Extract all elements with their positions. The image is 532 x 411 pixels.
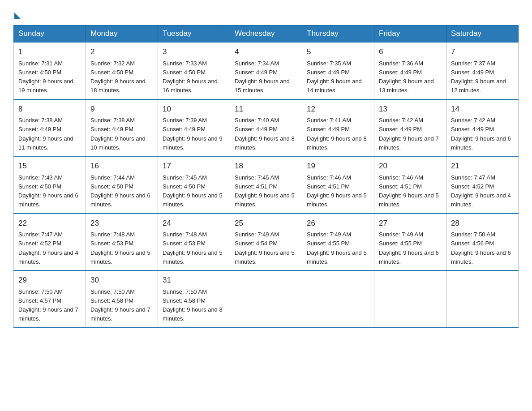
- day-info: Sunrise: 7:45 AMSunset: 4:50 PMDaylight:…: [163, 174, 223, 208]
- day-info: Sunrise: 7:43 AMSunset: 4:50 PMDaylight:…: [18, 174, 78, 208]
- day-number: 5: [307, 46, 369, 58]
- calendar-header-saturday: Saturday: [446, 26, 519, 43]
- day-info: Sunrise: 7:47 AMSunset: 4:52 PMDaylight:…: [18, 231, 78, 265]
- day-info: Sunrise: 7:50 AMSunset: 4:58 PMDaylight:…: [163, 288, 223, 322]
- day-info: Sunrise: 7:49 AMSunset: 4:55 PMDaylight:…: [307, 231, 367, 265]
- day-number: 22: [18, 218, 81, 229]
- calendar-table: SundayMondayTuesdayWednesdayThursdayFrid…: [13, 25, 519, 328]
- day-info: Sunrise: 7:48 AMSunset: 4:53 PMDaylight:…: [90, 231, 150, 265]
- day-info: Sunrise: 7:38 AMSunset: 4:49 PMDaylight:…: [18, 117, 73, 151]
- day-number: 1: [18, 46, 81, 58]
- calendar-cell: 14 Sunrise: 7:42 AMSunset: 4:49 PMDaylig…: [446, 99, 519, 157]
- day-number: 29: [18, 274, 81, 286]
- day-info: Sunrise: 7:49 AMSunset: 4:54 PMDaylight:…: [235, 231, 295, 265]
- day-info: Sunrise: 7:31 AMSunset: 4:50 PMDaylight:…: [18, 60, 73, 94]
- calendar-week-row: 15 Sunrise: 7:43 AMSunset: 4:50 PMDaylig…: [14, 156, 519, 214]
- calendar-cell: 9 Sunrise: 7:38 AMSunset: 4:49 PMDayligh…: [86, 99, 158, 157]
- calendar-cell: 26 Sunrise: 7:49 AMSunset: 4:55 PMDaylig…: [302, 214, 374, 271]
- day-number: 26: [307, 218, 369, 229]
- calendar-cell: 12 Sunrise: 7:41 AMSunset: 4:49 PMDaylig…: [302, 99, 374, 157]
- calendar-cell: [302, 270, 374, 328]
- day-info: Sunrise: 7:35 AMSunset: 4:49 PMDaylight:…: [307, 60, 362, 94]
- day-number: 15: [18, 160, 81, 172]
- calendar-cell: 1 Sunrise: 7:31 AMSunset: 4:50 PMDayligh…: [14, 42, 86, 99]
- calendar-cell: 8 Sunrise: 7:38 AMSunset: 4:49 PMDayligh…: [14, 99, 86, 157]
- calendar-week-row: 8 Sunrise: 7:38 AMSunset: 4:49 PMDayligh…: [14, 99, 519, 157]
- day-info: Sunrise: 7:38 AMSunset: 4:49 PMDaylight:…: [90, 117, 146, 151]
- day-number: 11: [235, 103, 297, 115]
- calendar-cell: 21 Sunrise: 7:47 AMSunset: 4:52 PMDaylig…: [446, 156, 519, 214]
- day-info: Sunrise: 7:42 AMSunset: 4:49 PMDaylight:…: [451, 117, 511, 151]
- day-number: 4: [235, 46, 297, 58]
- day-info: Sunrise: 7:50 AMSunset: 4:58 PMDaylight:…: [90, 288, 150, 322]
- calendar-header-tuesday: Tuesday: [158, 26, 230, 43]
- day-number: 7: [451, 46, 514, 58]
- day-number: 3: [163, 46, 225, 58]
- day-number: 20: [379, 160, 442, 172]
- calendar-header-sunday: Sunday: [14, 26, 86, 43]
- day-info: Sunrise: 7:45 AMSunset: 4:51 PMDaylight:…: [235, 174, 295, 208]
- calendar-cell: 15 Sunrise: 7:43 AMSunset: 4:50 PMDaylig…: [14, 156, 86, 214]
- calendar-cell: 25 Sunrise: 7:49 AMSunset: 4:54 PMDaylig…: [230, 214, 302, 271]
- calendar-cell: 13 Sunrise: 7:42 AMSunset: 4:49 PMDaylig…: [374, 99, 446, 157]
- day-number: 21: [451, 160, 514, 172]
- day-number: 6: [379, 46, 442, 58]
- day-info: Sunrise: 7:37 AMSunset: 4:49 PMDaylight:…: [451, 60, 506, 94]
- calendar-cell: 27 Sunrise: 7:49 AMSunset: 4:55 PMDaylig…: [374, 214, 446, 271]
- day-info: Sunrise: 7:46 AMSunset: 4:51 PMDaylight:…: [379, 174, 439, 208]
- day-number: 19: [307, 160, 369, 172]
- day-number: 12: [307, 103, 369, 115]
- calendar-week-row: 22 Sunrise: 7:47 AMSunset: 4:52 PMDaylig…: [14, 214, 519, 271]
- day-info: Sunrise: 7:36 AMSunset: 4:49 PMDaylight:…: [379, 60, 434, 94]
- day-number: 25: [235, 218, 297, 229]
- day-number: 2: [90, 46, 153, 58]
- day-number: 17: [163, 160, 225, 172]
- calendar-header-row: SundayMondayTuesdayWednesdayThursdayFrid…: [14, 26, 519, 43]
- page-header: [13, 9, 519, 17]
- calendar-cell: 18 Sunrise: 7:45 AMSunset: 4:51 PMDaylig…: [230, 156, 302, 214]
- day-info: Sunrise: 7:48 AMSunset: 4:53 PMDaylight:…: [163, 231, 223, 265]
- calendar-cell: 4 Sunrise: 7:34 AMSunset: 4:49 PMDayligh…: [230, 42, 302, 99]
- day-info: Sunrise: 7:40 AMSunset: 4:49 PMDaylight:…: [235, 117, 295, 151]
- calendar-cell: 20 Sunrise: 7:46 AMSunset: 4:51 PMDaylig…: [374, 156, 446, 214]
- day-info: Sunrise: 7:42 AMSunset: 4:49 PMDaylight:…: [379, 117, 439, 151]
- day-info: Sunrise: 7:33 AMSunset: 4:50 PMDaylight:…: [163, 60, 218, 94]
- day-number: 10: [163, 103, 225, 115]
- day-info: Sunrise: 7:47 AMSunset: 4:52 PMDaylight:…: [451, 174, 511, 208]
- logo: [13, 9, 21, 17]
- day-info: Sunrise: 7:41 AMSunset: 4:49 PMDaylight:…: [307, 117, 367, 151]
- calendar-cell: 11 Sunrise: 7:40 AMSunset: 4:49 PMDaylig…: [230, 99, 302, 157]
- calendar-cell: 7 Sunrise: 7:37 AMSunset: 4:49 PMDayligh…: [446, 42, 519, 99]
- day-info: Sunrise: 7:50 AMSunset: 4:57 PMDaylight:…: [18, 288, 78, 322]
- calendar-cell: 29 Sunrise: 7:50 AMSunset: 4:57 PMDaylig…: [14, 270, 86, 328]
- day-number: 27: [379, 218, 442, 229]
- calendar-cell: 19 Sunrise: 7:46 AMSunset: 4:51 PMDaylig…: [302, 156, 374, 214]
- calendar-cell: 23 Sunrise: 7:48 AMSunset: 4:53 PMDaylig…: [86, 214, 158, 271]
- calendar-cell: 6 Sunrise: 7:36 AMSunset: 4:49 PMDayligh…: [374, 42, 446, 99]
- calendar-cell: 3 Sunrise: 7:33 AMSunset: 4:50 PMDayligh…: [158, 42, 230, 99]
- day-number: 8: [18, 103, 81, 115]
- day-info: Sunrise: 7:34 AMSunset: 4:49 PMDaylight:…: [235, 60, 290, 94]
- calendar-header-monday: Monday: [86, 26, 158, 43]
- day-number: 31: [163, 274, 225, 286]
- calendar-cell: 5 Sunrise: 7:35 AMSunset: 4:49 PMDayligh…: [302, 42, 374, 99]
- day-info: Sunrise: 7:49 AMSunset: 4:55 PMDaylight:…: [379, 231, 439, 265]
- calendar-cell: 24 Sunrise: 7:48 AMSunset: 4:53 PMDaylig…: [158, 214, 230, 271]
- day-number: 18: [235, 160, 297, 172]
- calendar-header-thursday: Thursday: [302, 26, 374, 43]
- calendar-cell: 10 Sunrise: 7:39 AMSunset: 4:49 PMDaylig…: [158, 99, 230, 157]
- calendar-cell: 22 Sunrise: 7:47 AMSunset: 4:52 PMDaylig…: [14, 214, 86, 271]
- calendar-cell: 2 Sunrise: 7:32 AMSunset: 4:50 PMDayligh…: [86, 42, 158, 99]
- calendar-cell: [446, 270, 519, 328]
- day-info: Sunrise: 7:46 AMSunset: 4:51 PMDaylight:…: [307, 174, 367, 208]
- day-number: 28: [451, 218, 514, 229]
- day-number: 16: [90, 160, 153, 172]
- day-number: 9: [90, 103, 153, 115]
- calendar-cell: 16 Sunrise: 7:44 AMSunset: 4:50 PMDaylig…: [86, 156, 158, 214]
- day-number: 14: [451, 103, 514, 115]
- calendar-header-wednesday: Wednesday: [230, 26, 302, 43]
- day-info: Sunrise: 7:44 AMSunset: 4:50 PMDaylight:…: [90, 174, 150, 208]
- logo-arrow-icon: [14, 13, 21, 19]
- calendar-header-friday: Friday: [374, 26, 446, 43]
- day-number: 13: [379, 103, 442, 115]
